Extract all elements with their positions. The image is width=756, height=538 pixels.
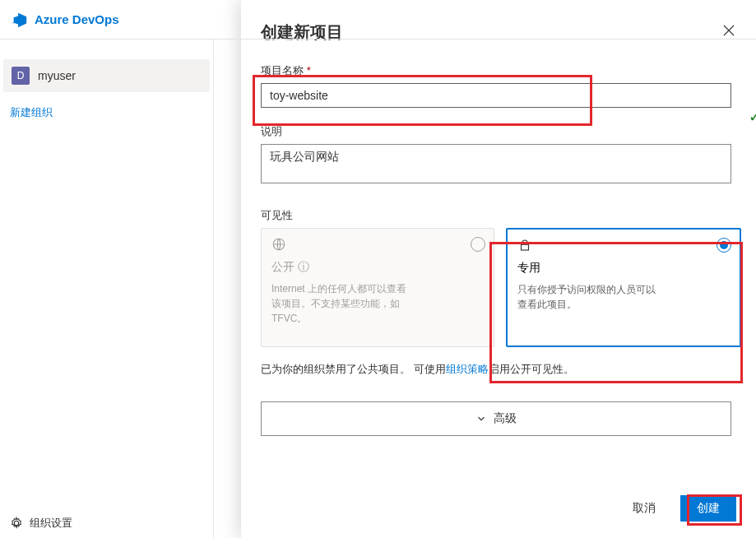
description-label: 说明 bbox=[261, 124, 741, 139]
top-bar: Azure DevOps bbox=[0, 0, 756, 39]
create-button[interactable]: 创建 bbox=[680, 495, 736, 522]
public-desc: Internet 上的任何人都可以查看该项目。不支持某些功能，如 TFVC。 bbox=[271, 281, 411, 326]
cancel-button[interactable]: 取消 bbox=[623, 496, 666, 521]
public-radio bbox=[471, 237, 485, 252]
org-settings-label: 组织设置 bbox=[30, 516, 72, 531]
project-name-label: 项目名称 * bbox=[261, 63, 741, 78]
info-icon: ⓘ bbox=[298, 260, 309, 273]
org-policy-link[interactable]: 组织策略 bbox=[446, 363, 489, 375]
advanced-toggle[interactable]: 高级 bbox=[261, 401, 731, 436]
sidebar: D myuser 新建组织 bbox=[0, 39, 214, 538]
sidebar-current-org[interactable]: D myuser bbox=[3, 59, 210, 92]
visibility-public-card: 公开 ⓘ Internet 上的任何人都可以查看该项目。不支持某些功能，如 TF… bbox=[261, 228, 494, 347]
azure-devops-logo-icon bbox=[10, 11, 28, 29]
org-name: myuser bbox=[38, 69, 76, 82]
chevron-down-icon bbox=[475, 413, 487, 424]
project-name-input[interactable] bbox=[261, 83, 731, 108]
public-policy-note: 已为你的组织禁用了公共项目。 可使用组织策略启用公开可见性。 bbox=[261, 362, 741, 377]
brand-name[interactable]: Azure DevOps bbox=[35, 12, 119, 26]
visibility-options: 公开 ⓘ Internet 上的任何人都可以查看该项目。不支持某些功能，如 TF… bbox=[261, 228, 741, 347]
valid-check-icon: ✓ bbox=[749, 108, 756, 126]
visibility-label: 可见性 bbox=[261, 208, 741, 223]
description-input[interactable]: 玩具公司网站 bbox=[261, 144, 731, 183]
private-title: 专用 bbox=[517, 261, 730, 276]
create-project-panel: 创建新项目 项目名称 * ✓ 说明 玩具公司网站 可见性 公开 ⓘ Intern… bbox=[241, 0, 756, 538]
lock-icon bbox=[517, 238, 532, 253]
private-radio[interactable] bbox=[717, 238, 731, 253]
svg-rect-1 bbox=[522, 244, 529, 250]
visibility-private-card[interactable]: 专用 只有你授予访问权限的人员可以查看此项目。 bbox=[506, 228, 741, 347]
gear-icon bbox=[10, 517, 23, 530]
avatar: D bbox=[12, 67, 30, 85]
public-title: 公开 ⓘ bbox=[271, 260, 484, 275]
private-desc: 只有你授予访问权限的人员可以查看此项目。 bbox=[517, 282, 657, 312]
globe-icon bbox=[271, 237, 286, 252]
panel-footer: 取消 创建 bbox=[623, 495, 736, 522]
new-organization-link[interactable]: 新建组织 bbox=[0, 105, 213, 120]
org-settings-link[interactable]: 组织设置 bbox=[0, 508, 72, 538]
